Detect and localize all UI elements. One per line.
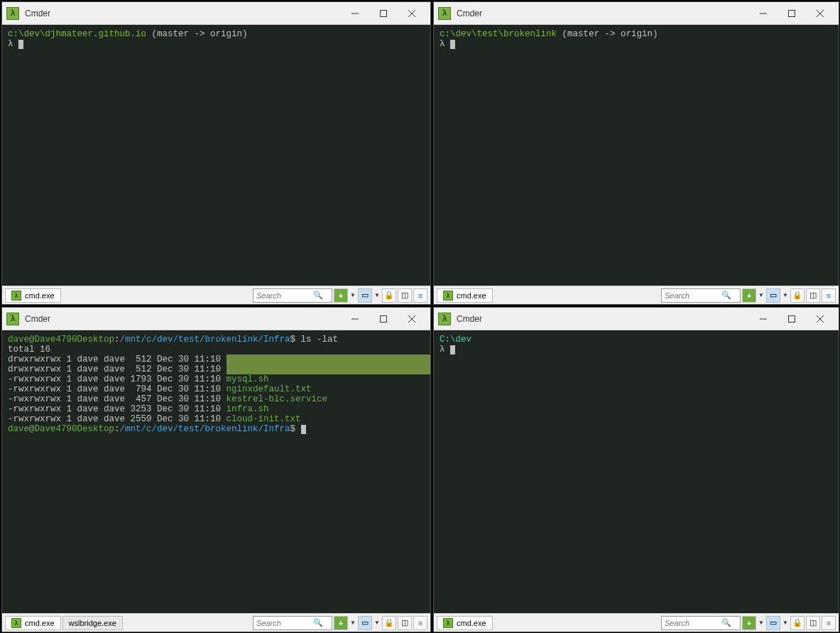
- cmder-window-1: λ Cmder c:\dev\test\brokenlink (master -…: [433, 1, 839, 305]
- prompt-branch: (master -> origin): [146, 29, 248, 39]
- search-icon[interactable]: 🔍: [721, 618, 731, 627]
- prompt-path: /mnt/c/dev/test/brokenlink/Infra: [120, 424, 290, 434]
- cmder-window-3: λ Cmder C:\dev λ λ cmd.exe 🔍 + ▼ ▭ ▼ 🔒: [433, 307, 839, 632]
- terminal-area[interactable]: dave@Dave4790Desktop:/mnt/c/dev/test/bro…: [2, 330, 430, 613]
- terminal-area[interactable]: c:\dev\djhmateer.github.io (master -> or…: [2, 25, 430, 286]
- toggle-button[interactable]: ◫: [806, 288, 820, 303]
- search-input[interactable]: [256, 291, 313, 300]
- toggle-button[interactable]: ◫: [398, 288, 412, 303]
- new-tab-button[interactable]: +: [334, 616, 348, 630]
- lock-button[interactable]: 🔒: [790, 616, 804, 630]
- app-logo-icon: λ: [6, 313, 19, 325]
- window-dropdown-icon[interactable]: ▼: [373, 620, 381, 626]
- window-list-button[interactable]: ▭: [358, 616, 372, 630]
- new-tab-dropdown-icon[interactable]: ▼: [349, 292, 356, 298]
- window-dropdown-icon[interactable]: ▼: [782, 292, 789, 298]
- window-list-button[interactable]: ▭: [358, 288, 372, 303]
- new-tab-button[interactable]: +: [334, 288, 348, 303]
- prompt-colon: :: [114, 335, 120, 345]
- maximize-button[interactable]: [369, 308, 398, 330]
- terminal-area[interactable]: C:\dev λ: [434, 330, 839, 613]
- search-box[interactable]: 🔍: [661, 616, 741, 630]
- tab-label: cmd.exe: [457, 291, 486, 300]
- lock-button[interactable]: 🔒: [382, 288, 396, 303]
- search-input[interactable]: [665, 619, 721, 627]
- search-box[interactable]: 🔍: [661, 288, 741, 303]
- tab-cmd[interactable]: λ cmd.exe: [5, 616, 61, 630]
- svg-rect-5: [789, 10, 795, 16]
- ls-row-perm: -rwxrwxrwx 1 dave dave 3253 Dec 30 11:10: [8, 404, 227, 414]
- new-tab-dropdown-icon[interactable]: ▼: [758, 292, 765, 298]
- window-dropdown-icon[interactable]: ▼: [373, 292, 381, 298]
- menu-button[interactable]: ≡: [822, 616, 836, 630]
- search-input[interactable]: [256, 619, 313, 627]
- prompt-user: dave@Dave4790Desktop: [8, 424, 114, 434]
- tab-label: cmd.exe: [457, 619, 486, 627]
- new-tab-dropdown-icon[interactable]: ▼: [349, 620, 356, 626]
- window-title: Cmder: [457, 9, 749, 18]
- tab-cmd[interactable]: λ cmd.exe: [437, 616, 493, 630]
- statusbar: λ cmd.exe 🔍 + ▼ ▭ ▼ 🔒 ◫ ≡: [434, 613, 839, 632]
- ls-row-perm: -rwxrwxrwx 1 dave dave 1793 Dec 30 11:10: [8, 374, 227, 384]
- search-box[interactable]: 🔍: [253, 616, 332, 630]
- new-tab-button[interactable]: +: [742, 288, 756, 303]
- svg-rect-9: [381, 315, 387, 322]
- close-button[interactable]: [398, 3, 426, 24]
- tab-cmd[interactable]: λ cmd.exe: [5, 288, 61, 303]
- search-icon[interactable]: 🔍: [313, 618, 323, 627]
- tab-logo-icon: λ: [443, 618, 453, 628]
- close-button[interactable]: [398, 308, 426, 330]
- maximize-button[interactable]: [369, 3, 398, 24]
- window-dropdown-icon[interactable]: ▼: [782, 620, 789, 626]
- prompt-lambda: λ: [440, 345, 450, 355]
- minimize-button[interactable]: [749, 3, 778, 24]
- maximize-button[interactable]: [778, 3, 806, 24]
- window-list-button[interactable]: ▭: [766, 288, 780, 303]
- ls-row-perm: -rwxrwxrwx 1 dave dave 2559 Dec 30 11:10: [8, 414, 227, 424]
- toggle-button[interactable]: ◫: [806, 616, 820, 630]
- window-title: Cmder: [25, 9, 341, 18]
- statusbar: λ cmd.exe wslbridge.exe 🔍 + ▼ ▭ ▼ 🔒 ◫ ≡: [2, 613, 430, 632]
- minimize-button[interactable]: [749, 308, 778, 330]
- lock-button[interactable]: 🔒: [790, 288, 804, 303]
- new-tab-button[interactable]: +: [742, 616, 756, 630]
- titlebar[interactable]: λ Cmder: [434, 308, 839, 330]
- minimize-button[interactable]: [341, 308, 369, 330]
- window-list-button[interactable]: ▭: [766, 616, 780, 630]
- command-text: ls -lat: [301, 335, 339, 345]
- tab-label: wslbridge.exe: [69, 619, 116, 627]
- toggle-button[interactable]: ◫: [398, 616, 412, 630]
- cursor-icon: [450, 345, 455, 355]
- close-button[interactable]: [806, 3, 834, 24]
- new-tab-dropdown-icon[interactable]: ▼: [758, 620, 765, 626]
- search-icon[interactable]: 🔍: [721, 291, 731, 300]
- maximize-button[interactable]: [778, 308, 806, 330]
- cursor-icon: [301, 425, 306, 434]
- search-input[interactable]: [665, 291, 721, 300]
- cmder-window-2: λ Cmder dave@Dave4790Desktop:/mnt/c/dev/…: [1, 307, 431, 632]
- ls-row-name-file: kestrel-blc.service: [227, 394, 328, 404]
- titlebar[interactable]: λ Cmder: [2, 2, 430, 25]
- close-button[interactable]: [806, 308, 834, 330]
- terminal-area[interactable]: c:\dev\test\brokenlink (master -> origin…: [434, 25, 839, 286]
- titlebar[interactable]: λ Cmder: [434, 2, 839, 25]
- minimize-button[interactable]: [341, 3, 369, 24]
- ls-row-name-file: cloud-init.txt: [227, 414, 301, 424]
- app-logo-icon: λ: [6, 7, 19, 20]
- tab-wslbridge[interactable]: wslbridge.exe: [62, 616, 123, 630]
- window-title: Cmder: [457, 314, 749, 324]
- tab-label: cmd.exe: [25, 291, 55, 300]
- search-box[interactable]: 🔍: [253, 288, 332, 303]
- prompt-path: C:\dev: [440, 335, 471, 345]
- cmder-window-0: λ Cmder c:\dev\djhmateer.github.io (mast…: [1, 1, 431, 305]
- tab-cmd[interactable]: λ cmd.exe: [437, 288, 493, 303]
- menu-button[interactable]: ≡: [822, 288, 836, 303]
- titlebar[interactable]: λ Cmder: [2, 308, 430, 330]
- lock-button[interactable]: 🔒: [382, 616, 396, 630]
- menu-button[interactable]: ≡: [413, 288, 427, 303]
- ls-row-perm: drwxrwxrwx 1 dave dave 512 Dec 30 11:10: [8, 364, 227, 374]
- search-icon[interactable]: 🔍: [313, 291, 323, 300]
- menu-button[interactable]: ≡: [413, 616, 427, 630]
- ls-row-perm: -rwxrwxrwx 1 dave dave 794 Dec 30 11:10: [8, 384, 227, 394]
- prompt-user: dave@Dave4790Desktop: [8, 335, 114, 345]
